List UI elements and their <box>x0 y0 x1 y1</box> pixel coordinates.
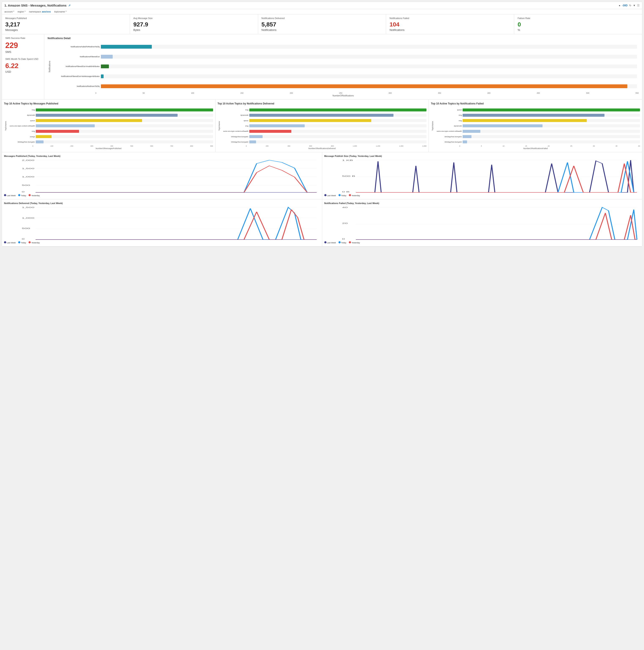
metric-label-avgsize: Avg Message Size <box>133 17 255 20</box>
h-x-tick: 1,600 <box>422 145 426 147</box>
ts-delivered-title: Notifications Delivered (Today, Yesterda… <box>4 202 320 205</box>
h-bar-row: msg <box>7 108 213 112</box>
h-bar-cont <box>463 130 640 133</box>
h-bar-cont <box>463 114 640 117</box>
filter-label-namespace: namespace <box>29 10 41 13</box>
svg-text:500: 500 <box>22 184 30 186</box>
sms-success-unit: SMS <box>5 50 41 53</box>
metric-label-published: Messages Published <box>5 17 127 20</box>
top10-delivered-x-axis: 02004006008001,0001,2001,4001,600 <box>218 145 427 147</box>
h-bar-row: sumo-sns-topic-content-ed5aadf0 <box>434 129 640 134</box>
notif-bar-fill <box>101 65 109 68</box>
h-x-tick: 100 <box>50 145 53 147</box>
ts-published-panel: Messages Published (Today, Yesterday, La… <box>2 152 322 199</box>
h-bar-label: SNSAppTest-Somya02 <box>434 141 462 143</box>
h-x-tick: 35 <box>615 145 617 147</box>
top10-delivered-y-label: TopicName <box>218 107 221 145</box>
notif-chart-y-label: Notifications <box>47 42 51 91</box>
top10-failed-x-axis: 0510152025303540 <box>431 145 640 147</box>
time-icon[interactable]: ● <box>619 4 620 7</box>
h-bar-fill <box>463 124 542 127</box>
svg-text:40: 40 <box>342 206 348 209</box>
notif-x-tick: 350 <box>438 92 441 94</box>
top10-published-panel: Top 10 Active Topics by Messages Publish… <box>2 100 215 152</box>
h-x-tick: 300 <box>91 145 93 147</box>
metric-label-failrate: Failure Rate <box>517 17 639 20</box>
h-bar-fill <box>463 114 604 117</box>
metric-messages-published: Messages Published 3,217 Messages <box>2 14 130 34</box>
notif-x-tick: 250 <box>339 92 342 94</box>
filter-topicname[interactable]: topicname * <box>54 10 66 13</box>
h-x-tick: 900 <box>210 145 213 147</box>
h-bar-row: SNSAppTest-Somya01 <box>7 140 213 144</box>
filter-icon[interactable]: ☷ <box>637 4 640 7</box>
notif-chart-bars: NotificationsFailedToRedriveToDlq Notifi… <box>51 42 639 91</box>
ts-failed-ts-legend: Last Week Today Yesterday <box>324 241 640 244</box>
h-bar-label: SNSAppTest-Somya02 <box>221 141 248 143</box>
h-bar-row: dynamodb <box>434 124 640 128</box>
h-bar-row: SNSAppTest-Somya01 <box>434 135 640 139</box>
svg-text:0: 0 <box>22 238 25 240</box>
top10-charts-row: Top 10 Active Topics by Messages Publish… <box>2 100 642 152</box>
ts-msgsize-legend: Last Week Today Yesterday <box>324 194 640 197</box>
dropdown-icon[interactable]: ▼ <box>633 4 636 7</box>
notif-bar-row: NotificationsRedrivenToDlq <box>53 83 637 89</box>
h-x-tick: 200 <box>70 145 73 147</box>
h-bar-fill <box>463 130 480 133</box>
ts-delivered-chart: 1,500 1,000 500 0 Jun 30 Jul 04 Jul 08 J… <box>4 206 320 240</box>
filter-region[interactable]: region * <box>17 10 26 13</box>
h-bar-label: msg <box>221 109 248 111</box>
top10-delivered-bars: msg dynamodb queue smg s <box>221 107 427 145</box>
metric-avg-msg-size: Avg Message Size 927.9 Bytes <box>130 14 258 34</box>
notif-chart-x-axis: 050100150200250300350400450500550 <box>47 91 639 94</box>
ts-msgsize-svg: 1 KB 500 B 0 B Jun 30 Jul 04 Jul 08 Jul … <box>324 159 640 193</box>
svg-text:20: 20 <box>342 222 348 224</box>
metric-label-failed: Notifications Failed <box>389 17 511 20</box>
top10-failed-x-title: NumberOfNotificationsFailed <box>431 147 640 149</box>
ts-failed-ts-chart: 40 20 0 Jun 30 Jul 04 Jul 08 Jul 12 Jul … <box>324 206 640 240</box>
svg-text:1,500: 1,500 <box>22 168 34 170</box>
ts-msgsize-title: Message Publish Size (Today, Yesterday, … <box>324 155 640 157</box>
h-bar-cont <box>36 140 213 143</box>
h-bar-fill <box>36 119 142 122</box>
h-bar-label: smg <box>221 125 248 127</box>
metric-unit-delivered: Notifications <box>261 28 383 32</box>
h-bar-fill <box>249 140 256 143</box>
notif-bar-row: NotificationsFilteredOut-NoMessageAttrib… <box>53 73 637 79</box>
h-bar-label: somya <box>7 136 35 138</box>
metric-unit-avgsize: Bytes <box>133 28 255 32</box>
notif-bar-row: NotificationsFailedToRedriveToDlq <box>53 44 637 50</box>
h-bar-fill <box>463 140 467 143</box>
svg-text:0: 0 <box>342 238 345 240</box>
middle-section: SMS Success Rate 229 SMS SMS Month To Da… <box>2 34 642 100</box>
notifications-detail-panel: Notifications Detail Notifications Notif… <box>44 34 642 99</box>
notif-x-tick: 400 <box>487 92 491 94</box>
notif-x-tick: 300 <box>389 92 392 94</box>
h-bar-fill <box>36 130 79 133</box>
h-bar-row: sumo-sns-topic-content-ed5aadf0 <box>7 124 213 128</box>
h-bar-fill <box>249 108 427 111</box>
h-bar-cont <box>249 135 427 138</box>
time-range[interactable]: -30D <box>622 4 628 7</box>
notif-detail-chart: Notifications NotificationsFailedToRedri… <box>47 42 639 97</box>
external-link-icon[interactable]: ➚ <box>68 4 71 7</box>
metric-value-delivered: 5,857 <box>261 21 383 28</box>
h-x-tick: 25 <box>570 145 572 147</box>
h-x-tick: 40 <box>638 145 640 147</box>
h-bar-cont <box>463 124 640 127</box>
ts-row-1: Messages Published (Today, Yesterday, La… <box>2 152 642 200</box>
metric-failure-rate: Failure Rate 0 % <box>514 14 642 34</box>
h-bar-label: queue <box>434 109 462 111</box>
refresh-icon[interactable]: ↻ <box>629 4 631 7</box>
notif-bar-label: NotificationsFilteredOut <box>53 56 100 58</box>
h-bar-label: sumo-sns-topic-content-ed5aadf0 <box>7 125 35 127</box>
metric-unit-failrate: % <box>517 28 639 32</box>
notif-x-tick: 200 <box>290 92 293 94</box>
h-bar-label: queue <box>221 120 248 121</box>
h-bar-cont <box>36 119 213 122</box>
filter-account[interactable]: account * <box>4 10 14 13</box>
h-bar-cont <box>36 114 213 117</box>
svg-text:500 B: 500 B <box>342 175 355 177</box>
filter-namespace[interactable]: namespace aws/sns <box>29 10 51 13</box>
sms-spent-value: 6.22 <box>5 62 41 70</box>
